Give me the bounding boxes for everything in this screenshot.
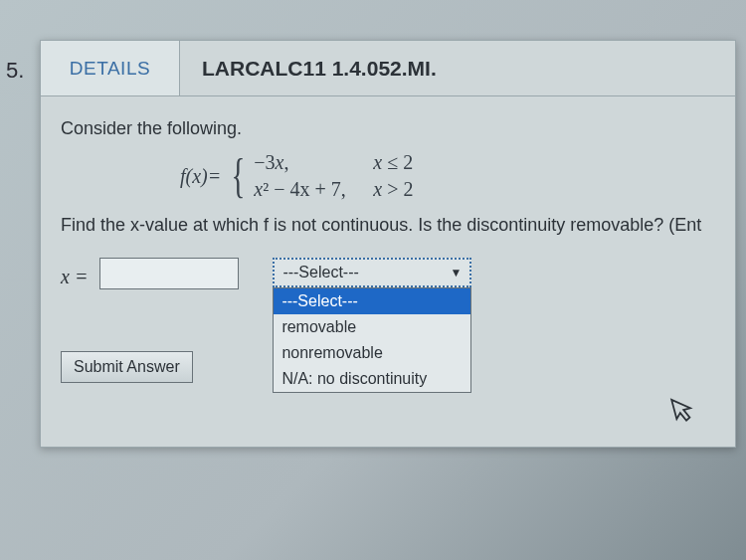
discontinuity-select[interactable]: ---Select--- ▼ bbox=[273, 258, 471, 287]
select-wrap: ---Select--- ▼ ---Select--- removable no… bbox=[273, 258, 471, 287]
details-button[interactable]: DETAILS bbox=[41, 41, 180, 95]
answer-row: x = ---Select--- ▼ ---Select--- removabl… bbox=[61, 258, 715, 289]
case-cond: x ≤ 2 bbox=[373, 151, 413, 174]
dropdown-option-select[interactable]: ---Select--- bbox=[274, 288, 470, 314]
x-value-input[interactable] bbox=[99, 258, 239, 289]
prompt-intro: Consider the following. bbox=[61, 118, 715, 139]
case-row: −3x, x ≤ 2 bbox=[254, 151, 413, 174]
case-expr: x² − 4x + 7, bbox=[254, 178, 373, 201]
panel-header: DETAILS LARCALC11 1.4.052.MI. bbox=[41, 41, 735, 96]
dropdown-option-removable[interactable]: removable bbox=[274, 314, 470, 340]
cursor-icon bbox=[669, 393, 700, 433]
panel-content: Consider the following. f(x)= { −3x, x ≤… bbox=[41, 96, 735, 405]
question-number: 5. bbox=[6, 58, 24, 84]
function-cases: −3x, x ≤ 2 x² − 4x + 7, x > 2 bbox=[254, 151, 413, 201]
brace-icon: { bbox=[232, 152, 246, 200]
case-expr: −3x, bbox=[254, 151, 373, 174]
select-value: ---Select--- bbox=[282, 264, 358, 281]
question-panel: DETAILS LARCALC11 1.4.052.MI. Consider t… bbox=[40, 40, 736, 448]
case-cond: x > 2 bbox=[373, 178, 413, 201]
case-row: x² − 4x + 7, x > 2 bbox=[254, 178, 413, 201]
submit-button[interactable]: Submit Answer bbox=[61, 351, 193, 383]
chevron-down-icon: ▼ bbox=[450, 266, 462, 280]
source-label: LARCALC11 1.4.052.MI. bbox=[180, 41, 437, 95]
piecewise-function: f(x)= { −3x, x ≤ 2 x² − 4x + 7, x > 2 bbox=[180, 151, 715, 201]
x-label: x = bbox=[61, 266, 88, 288]
prompt-question: Find the x-value at which f is not conti… bbox=[61, 215, 715, 236]
discontinuity-dropdown: ---Select--- removable nonremovable N/A:… bbox=[273, 287, 471, 393]
function-label: f(x)= bbox=[180, 165, 221, 188]
dropdown-option-nonremovable[interactable]: nonremovable bbox=[274, 340, 470, 366]
dropdown-option-na[interactable]: N/A: no discontinuity bbox=[274, 366, 470, 392]
